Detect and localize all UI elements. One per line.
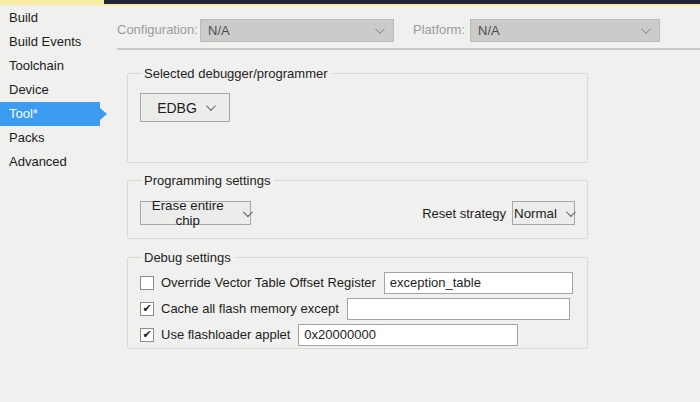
flashloader-label: Use flashloader applet (161, 327, 290, 342)
top-strip-yellow-underline (104, 4, 700, 6)
debug-row-override-vtor: Override Vector Table Offset Register (140, 271, 575, 294)
override-vtor-checkbox[interactable] (140, 276, 154, 290)
override-vtor-input[interactable] (384, 272, 573, 294)
chevron-down-icon (566, 207, 576, 217)
erase-mode-dropdown[interactable]: Erase entire chip (140, 201, 251, 225)
programming-settings-group: Programming settings Erase entire chip R… (127, 173, 588, 239)
debug-row-cache-flash: ✔ Cache all flash memory except (140, 297, 575, 320)
debug-group-title: Debug settings (142, 250, 235, 265)
configuration-value: N/A (208, 23, 230, 38)
chevron-down-icon (641, 24, 651, 34)
sidebar-item-advanced[interactable]: Advanced (0, 150, 100, 174)
platform-dropdown: N/A (470, 19, 660, 42)
debug-row-flashloader: ✔ Use flashloader applet (140, 323, 575, 346)
configuration-dropdown: N/A (200, 19, 394, 42)
chevron-down-icon (243, 207, 253, 217)
platform-label: Platform: (413, 22, 465, 37)
reset-strategy-label: Reset strategy (422, 206, 506, 221)
sidebar-item-toolchain[interactable]: Toolchain (0, 54, 100, 78)
programming-group-title: Programming settings (142, 173, 274, 188)
configuration-label: Configuration: (117, 22, 198, 37)
sidebar-item-packs[interactable]: Packs (0, 126, 100, 150)
header-separator (117, 48, 700, 50)
sidebar-item-tool[interactable]: Tool* (0, 102, 100, 126)
sidebar-item-build[interactable]: Build (0, 6, 100, 30)
cache-flash-checkbox[interactable]: ✔ (140, 302, 154, 316)
platform-value: N/A (478, 23, 500, 38)
cache-flash-label: Cache all flash memory except (161, 301, 339, 316)
override-vtor-label: Override Vector Table Offset Register (161, 275, 376, 290)
debug-settings-group: Debug settings Override Vector Table Off… (127, 250, 588, 349)
cache-flash-input[interactable] (347, 298, 570, 320)
debugger-select-value: EDBG (157, 100, 197, 116)
sidebar-item-build-events[interactable]: Build Events (0, 30, 100, 54)
debugger-group: Selected debugger/programmer EDBG (127, 66, 588, 163)
reset-strategy-value: Normal (514, 206, 557, 221)
flashloader-checkbox[interactable]: ✔ (140, 328, 154, 342)
properties-nav-sidebar: Build Build Events Toolchain Device Tool… (0, 6, 110, 174)
flashloader-input[interactable] (298, 324, 518, 346)
debugger-select-dropdown[interactable]: EDBG (140, 93, 230, 122)
reset-strategy-dropdown[interactable]: Normal (512, 201, 575, 225)
chevron-down-icon (206, 101, 216, 111)
debugger-group-title: Selected debugger/programmer (142, 66, 332, 81)
erase-mode-value: Erase entire chip (141, 198, 234, 228)
top-strip-yellow-segment (0, 0, 104, 5)
chevron-down-icon (375, 24, 385, 34)
sidebar-item-device[interactable]: Device (0, 78, 100, 102)
